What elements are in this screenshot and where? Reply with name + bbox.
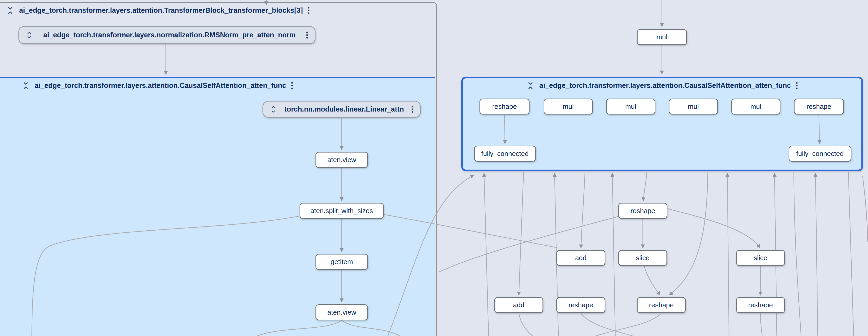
op-node-reshape-q[interactable]: reshape [479,99,530,114]
rmsnorm-group-node[interactable]: ai_edge_torch.transformer.layers.normali… [19,26,315,44]
op-label: mul [656,33,668,41]
unfold-more-icon[interactable] [26,30,33,40]
edge [581,313,633,336]
left-attention-group-title: ai_edge_torch.transformer.layers.attenti… [35,82,286,90]
unfold-less-icon[interactable] [21,81,30,90]
op-node-reshape-k[interactable]: reshape [794,99,844,114]
right-attention-group-header[interactable]: ai_edge_torch.transformer.layers.attenti… [461,80,863,91]
op-node-slice-mid[interactable]: slice [618,250,667,266]
op-label: mul [625,103,636,110]
edge [519,313,533,336]
op-node-aten-view-2[interactable]: aten.view [315,304,368,320]
op-label: aten.split_with_sizes [310,207,373,215]
op-label: aten.view [327,308,356,316]
edge [581,172,585,248]
op-node-getitem[interactable]: getitem [315,254,368,270]
kebab-menu-icon[interactable] [307,6,310,15]
edge [643,172,647,200]
unfold-more-icon[interactable] [270,105,277,114]
left-attention-group-header[interactable]: ai_edge_torch.transformer.layers.attenti… [21,80,293,91]
op-label: reshape [568,301,593,309]
op-node-mul-top[interactable]: mul [637,29,687,45]
op-label: aten.view [327,156,356,164]
right-attention-group-title: ai_edge_torch.transformer.layers.attenti… [539,82,791,90]
op-label: fully_connected [481,150,529,158]
op-node-mul-3[interactable]: mul [669,99,718,114]
op-node-reshape-bottom-3[interactable]: reshape [736,297,785,313]
op-label: getitem [331,258,353,265]
edge [727,173,729,336]
op-label: mul [563,103,574,110]
op-node-reshape-bottom-1[interactable]: reshape [556,297,605,313]
transformer-block-title: ai_edge_torch.transformer.layers.attenti… [19,6,303,15]
op-node-mul-1[interactable]: mul [544,99,593,114]
edge [644,267,660,295]
edge [815,173,818,336]
op-node-aten-split-with-sizes[interactable]: aten.split_with_sizes [300,203,384,219]
op-node-mul-2[interactable]: mul [606,99,655,114]
op-label: mul [750,103,761,110]
op-label: slice [753,254,767,262]
unfold-less-icon[interactable] [6,6,14,15]
op-label: reshape [630,207,655,215]
edge [794,172,801,336]
op-node-add-mid[interactable]: add [556,250,605,266]
kebab-menu-icon[interactable] [796,81,798,90]
kebab-menu-icon[interactable] [411,105,414,114]
linear-attn-label: torch.nn.modules.linear.Linear_attn [284,105,404,113]
unfold-less-icon[interactable] [526,81,535,90]
edge [666,208,760,248]
op-node-fully-connected-right[interactable]: fully_connected [788,146,851,162]
edge [596,313,661,336]
kebab-menu-icon[interactable] [306,30,308,39]
edge [863,176,868,242]
transformer-block-header[interactable]: ai_edge_torch.transformer.layers.attenti… [6,5,310,16]
rmsnorm-label: ai_edge_torch.transformer.layers.normali… [43,31,296,39]
op-label: slice [636,254,649,262]
edge [670,172,708,295]
op-node-add-bottom[interactable]: add [494,297,543,313]
op-node-reshape-top[interactable]: reshape [618,203,668,219]
edge [612,173,615,336]
op-node-mul-4[interactable]: mul [731,99,780,114]
edge [484,173,489,336]
op-label: reshape [649,301,674,309]
edge [761,313,762,336]
linear-attn-group-node[interactable]: torch.nn.modules.linear.Linear_attn [262,101,421,118]
op-label: add [513,301,524,309]
op-node-reshape-bottom-2[interactable]: reshape [637,297,686,313]
op-label: reshape [748,301,773,309]
op-label: reshape [807,103,831,110]
op-node-aten-view[interactable]: aten.view [315,152,368,168]
op-node-fully-connected-left[interactable]: fully_connected [474,146,536,162]
op-node-slice-right[interactable]: slice [736,250,785,266]
op-label: fully_connected [796,150,844,158]
model-graph-canvas[interactable]: { "canvas": {"width": 3816, "height": 14… [0,0,868,336]
edge [519,172,524,295]
edge [848,172,854,336]
op-label: mul [688,103,699,110]
op-label: add [575,254,586,262]
op-label: reshape [492,103,517,110]
kebab-menu-icon[interactable] [291,81,293,90]
